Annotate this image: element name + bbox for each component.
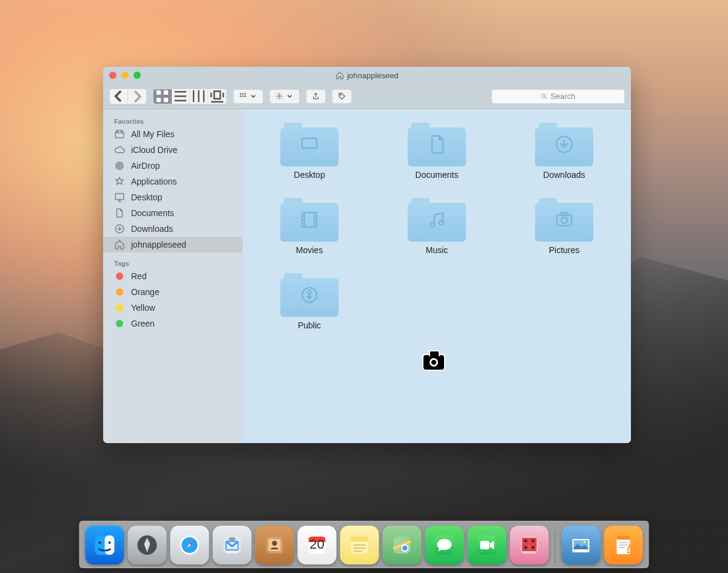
folder-grid: DesktopDocumentsDownloadsMoviesMusicPict… (255, 123, 619, 330)
tag-dot-icon (116, 288, 123, 296)
folder-pictures[interactable]: Pictures (516, 198, 613, 255)
folder-icon (408, 198, 466, 242)
sidebar-item-airdrop[interactable]: AirDrop (103, 158, 243, 174)
dock-photobooth[interactable] (510, 526, 549, 565)
dock-messages[interactable] (425, 526, 464, 565)
sidebar-header-tags: Tags (103, 256, 243, 268)
dock-contacts[interactable] (255, 526, 294, 565)
folder-documents[interactable]: Documents (388, 123, 485, 180)
coverflow-view-button[interactable] (208, 89, 226, 104)
dock-photo-stack[interactable] (562, 526, 601, 565)
svg-rect-6 (242, 93, 243, 95)
svg-point-65 (584, 541, 586, 543)
dock-mail[interactable]: <+path/> (213, 526, 252, 565)
sidebar-tag-orange[interactable]: Orange (103, 284, 243, 300)
minimize-button[interactable] (121, 72, 129, 79)
dock-launchpad[interactable] (128, 526, 167, 565)
folder-icon (280, 198, 339, 242)
close-button[interactable] (109, 72, 116, 79)
sidebar-item-home[interactable]: johnappleseed (103, 237, 243, 253)
sidebar-tag-green[interactable]: Green (103, 316, 243, 331)
search-placeholder: Search (550, 92, 575, 101)
sidebar-header-favorites: Favorites (103, 114, 243, 126)
tag-icon (338, 92, 346, 100)
finder-sidebar: Favorites All My Files iCloud Drive AirD… (103, 109, 243, 443)
folder-downloads[interactable]: Downloads (516, 123, 613, 180)
svg-point-60 (531, 540, 534, 543)
folder-public[interactable]: Public (261, 273, 358, 330)
window-titlebar[interactable]: johnappleseed (103, 67, 631, 84)
sidebar-item-label: All My Files (131, 129, 175, 139)
zoom-button[interactable] (133, 72, 141, 79)
sidebar-item-label: AirDrop (131, 161, 160, 171)
sidebar-item-documents[interactable]: Documents (103, 205, 243, 221)
svg-rect-27 (561, 212, 567, 215)
sidebar-item-label: Orange (131, 287, 160, 297)
sidebar-item-label: Desktop (131, 192, 162, 202)
svg-rect-47 (351, 537, 368, 541)
sidebar-item-label: Downloads (131, 224, 173, 234)
folder-icon (280, 123, 339, 166)
sidebar-tag-yellow[interactable]: Yellow (103, 300, 243, 316)
dock-safari[interactable] (170, 526, 209, 565)
folder-label: Movies (296, 245, 323, 255)
nav-back-forward (109, 89, 147, 104)
folder-movies[interactable]: Movies (261, 198, 358, 255)
finder-window: johnappleseed (103, 67, 631, 443)
svg-rect-0 (157, 90, 161, 95)
forward-button[interactable] (128, 89, 146, 104)
documents-icon (114, 208, 125, 219)
back-button[interactable] (110, 89, 128, 104)
sidebar-item-applications[interactable]: Applications (103, 174, 243, 189)
dock: <+path/>NOV20 (79, 521, 649, 568)
sidebar-item-label: Documents (131, 208, 174, 218)
applications-icon (114, 176, 125, 187)
svg-point-16 (117, 163, 122, 168)
folder-label: Downloads (543, 170, 585, 180)
svg-rect-14 (115, 133, 124, 138)
svg-point-11 (278, 95, 280, 97)
svg-rect-67 (617, 536, 630, 540)
search-icon (541, 93, 548, 100)
folder-music[interactable]: Music (388, 198, 485, 255)
sidebar-tag-red[interactable]: Red (103, 268, 243, 284)
tag-dot-icon (116, 304, 123, 311)
folder-icon (535, 198, 593, 242)
folder-desktop[interactable]: Desktop (261, 123, 358, 180)
icon-view-button[interactable] (153, 89, 172, 104)
folder-label: Music (426, 245, 448, 255)
desktop-icon (114, 192, 125, 203)
home-icon (335, 71, 344, 80)
sidebar-item-label: Yellow (131, 303, 155, 313)
svg-rect-25 (557, 215, 571, 226)
tag-dot-icon (116, 320, 123, 327)
finder-content[interactable]: DesktopDocumentsDownloadsMoviesMusicPict… (243, 109, 631, 443)
sidebar-item-icloud[interactable]: iCloud Drive (103, 142, 243, 158)
chevron-down-icon (249, 92, 257, 100)
svg-rect-31 (105, 535, 115, 555)
arrange-menu[interactable] (233, 89, 263, 104)
svg-point-29 (308, 290, 311, 294)
svg-rect-10 (244, 95, 246, 97)
dock-notes[interactable] (340, 526, 379, 565)
column-view-button[interactable] (190, 89, 208, 104)
share-button[interactable] (306, 89, 326, 104)
dock-calendar[interactable]: NOV20 (298, 526, 337, 565)
dock-pages-doc[interactable] (604, 526, 643, 565)
sidebar-item-desktop[interactable]: Desktop (103, 189, 243, 205)
svg-rect-1 (164, 90, 168, 95)
dock-maps[interactable] (383, 526, 422, 565)
all-my-files-icon (114, 129, 125, 140)
tags-button[interactable] (332, 89, 352, 104)
dock-facetime[interactable] (468, 526, 507, 565)
list-view-button[interactable] (172, 89, 190, 104)
action-menu[interactable] (269, 89, 300, 104)
traffic-lights (109, 72, 141, 79)
folder-label: Desktop (294, 170, 325, 180)
folder-icon (280, 273, 339, 317)
sidebar-item-downloads[interactable]: Downloads (103, 221, 243, 237)
sidebar-item-all-my-files[interactable]: All My Files (103, 126, 243, 142)
dock-finder[interactable] (86, 526, 124, 565)
folder-label: Public (298, 320, 321, 330)
search-input[interactable]: Search (491, 89, 625, 104)
